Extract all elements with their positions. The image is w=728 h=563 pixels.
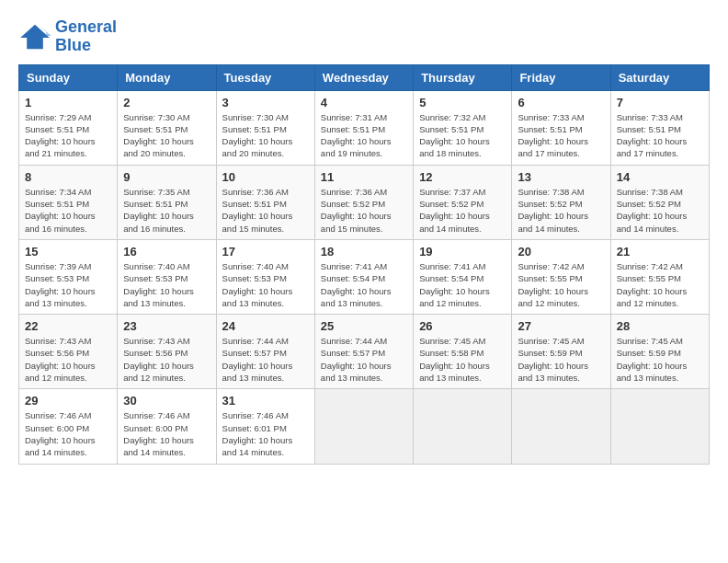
day-info: Sunrise: 7:31 AM Sunset: 5:51 PM Dayligh…	[321, 111, 407, 160]
calendar-cell: 9Sunrise: 7:35 AM Sunset: 5:51 PM Daylig…	[118, 165, 216, 239]
week-row-4: 22Sunrise: 7:43 AM Sunset: 5:56 PM Dayli…	[19, 315, 710, 389]
calendar-cell	[314, 389, 413, 464]
day-number: 12	[419, 170, 506, 184]
calendar-cell: 6Sunrise: 7:33 AM Sunset: 5:51 PM Daylig…	[512, 90, 610, 165]
week-row-1: 1Sunrise: 7:29 AM Sunset: 5:51 PM Daylig…	[19, 90, 710, 165]
day-number: 20	[518, 245, 604, 259]
day-info: Sunrise: 7:38 AM Sunset: 5:52 PM Dayligh…	[518, 186, 604, 235]
day-info: Sunrise: 7:33 AM Sunset: 5:51 PM Dayligh…	[518, 111, 604, 160]
day-info: Sunrise: 7:34 AM Sunset: 5:51 PM Dayligh…	[25, 186, 111, 235]
day-number: 5	[419, 96, 506, 109]
day-number: 25	[321, 319, 407, 333]
calendar-cell: 8Sunrise: 7:34 AM Sunset: 5:51 PM Daylig…	[19, 165, 118, 239]
calendar-cell: 22Sunrise: 7:43 AM Sunset: 5:56 PM Dayli…	[19, 315, 118, 389]
day-info: Sunrise: 7:44 AM Sunset: 5:57 PM Dayligh…	[321, 335, 407, 384]
logo-text: General Blue	[55, 18, 117, 55]
calendar-cell: 5Sunrise: 7:32 AM Sunset: 5:51 PM Daylig…	[414, 90, 512, 165]
day-number: 31	[222, 394, 309, 408]
day-number: 2	[123, 96, 210, 109]
calendar-cell: 25Sunrise: 7:44 AM Sunset: 5:57 PM Dayli…	[314, 315, 413, 389]
logo-icon	[18, 23, 51, 51]
day-number: 13	[518, 170, 604, 184]
header-wednesday: Wednesday	[314, 64, 413, 90]
week-row-3: 15Sunrise: 7:39 AM Sunset: 5:53 PM Dayli…	[19, 239, 710, 314]
day-info: Sunrise: 7:40 AM Sunset: 5:53 PM Dayligh…	[222, 260, 309, 309]
calendar-cell: 16Sunrise: 7:40 AM Sunset: 5:53 PM Dayli…	[118, 239, 216, 314]
day-number: 10	[222, 170, 309, 184]
week-row-5: 29Sunrise: 7:46 AM Sunset: 6:00 PM Dayli…	[19, 389, 710, 464]
day-info: Sunrise: 7:36 AM Sunset: 5:52 PM Dayligh…	[321, 186, 407, 235]
day-number: 23	[123, 319, 210, 333]
calendar-cell: 4Sunrise: 7:31 AM Sunset: 5:51 PM Daylig…	[314, 90, 413, 165]
calendar-cell: 11Sunrise: 7:36 AM Sunset: 5:52 PM Dayli…	[314, 165, 413, 239]
day-info: Sunrise: 7:43 AM Sunset: 5:56 PM Dayligh…	[123, 335, 210, 384]
day-info: Sunrise: 7:43 AM Sunset: 5:56 PM Dayligh…	[25, 335, 111, 384]
day-number: 17	[222, 245, 309, 259]
calendar-cell: 13Sunrise: 7:38 AM Sunset: 5:52 PM Dayli…	[512, 165, 610, 239]
calendar-cell: 28Sunrise: 7:45 AM Sunset: 5:59 PM Dayli…	[610, 315, 709, 389]
calendar-cell: 21Sunrise: 7:42 AM Sunset: 5:55 PM Dayli…	[610, 239, 709, 314]
day-number: 16	[123, 245, 210, 259]
calendar-cell: 17Sunrise: 7:40 AM Sunset: 5:53 PM Dayli…	[216, 239, 314, 314]
calendar-cell: 14Sunrise: 7:38 AM Sunset: 5:52 PM Dayli…	[610, 165, 709, 239]
calendar-cell: 12Sunrise: 7:37 AM Sunset: 5:52 PM Dayli…	[414, 165, 512, 239]
day-info: Sunrise: 7:32 AM Sunset: 5:51 PM Dayligh…	[419, 111, 506, 160]
header-thursday: Thursday	[414, 64, 512, 90]
day-number: 3	[222, 96, 309, 109]
day-number: 26	[419, 319, 506, 333]
day-number: 18	[321, 245, 407, 259]
day-info: Sunrise: 7:35 AM Sunset: 5:51 PM Dayligh…	[123, 186, 210, 235]
calendar-cell: 19Sunrise: 7:41 AM Sunset: 5:54 PM Dayli…	[414, 239, 512, 314]
calendar-cell: 30Sunrise: 7:46 AM Sunset: 6:00 PM Dayli…	[118, 389, 216, 464]
day-info: Sunrise: 7:33 AM Sunset: 5:51 PM Dayligh…	[617, 111, 703, 160]
calendar-cell: 23Sunrise: 7:43 AM Sunset: 5:56 PM Dayli…	[118, 315, 216, 389]
day-number: 9	[123, 170, 210, 184]
header-saturday: Saturday	[610, 64, 709, 90]
day-info: Sunrise: 7:46 AM Sunset: 6:01 PM Dayligh…	[222, 409, 309, 458]
day-number: 21	[617, 245, 703, 259]
day-info: Sunrise: 7:42 AM Sunset: 5:55 PM Dayligh…	[617, 260, 703, 309]
day-number: 8	[25, 170, 111, 184]
calendar-cell: 31Sunrise: 7:46 AM Sunset: 6:01 PM Dayli…	[216, 389, 314, 464]
day-info: Sunrise: 7:45 AM Sunset: 5:59 PM Dayligh…	[617, 335, 703, 384]
day-number: 6	[518, 96, 604, 109]
day-info: Sunrise: 7:29 AM Sunset: 5:51 PM Dayligh…	[25, 111, 111, 160]
calendar-cell: 20Sunrise: 7:42 AM Sunset: 5:55 PM Dayli…	[512, 239, 610, 314]
day-number: 11	[321, 170, 407, 184]
svg-marker-0	[20, 25, 50, 49]
calendar-cell: 2Sunrise: 7:30 AM Sunset: 5:51 PM Daylig…	[118, 90, 216, 165]
header-tuesday: Tuesday	[216, 64, 314, 90]
calendar-cell: 26Sunrise: 7:45 AM Sunset: 5:58 PM Dayli…	[414, 315, 512, 389]
logo: General Blue	[18, 18, 117, 55]
calendar-cell: 10Sunrise: 7:36 AM Sunset: 5:51 PM Dayli…	[216, 165, 314, 239]
day-number: 19	[419, 245, 506, 259]
day-number: 1	[25, 96, 111, 109]
header-monday: Monday	[118, 64, 216, 90]
day-number: 15	[25, 245, 111, 259]
calendar-cell: 15Sunrise: 7:39 AM Sunset: 5:53 PM Dayli…	[19, 239, 118, 314]
calendar-cell	[610, 389, 709, 464]
day-number: 27	[518, 319, 604, 333]
calendar-cell	[414, 389, 512, 464]
day-number: 22	[25, 319, 111, 333]
calendar-cell: 7Sunrise: 7:33 AM Sunset: 5:51 PM Daylig…	[610, 90, 709, 165]
week-row-2: 8Sunrise: 7:34 AM Sunset: 5:51 PM Daylig…	[19, 165, 710, 239]
day-info: Sunrise: 7:45 AM Sunset: 5:59 PM Dayligh…	[518, 335, 604, 384]
day-info: Sunrise: 7:44 AM Sunset: 5:57 PM Dayligh…	[222, 335, 309, 384]
calendar-cell: 27Sunrise: 7:45 AM Sunset: 5:59 PM Dayli…	[512, 315, 610, 389]
day-number: 7	[617, 96, 703, 109]
day-info: Sunrise: 7:41 AM Sunset: 5:54 PM Dayligh…	[419, 260, 506, 309]
day-info: Sunrise: 7:38 AM Sunset: 5:52 PM Dayligh…	[617, 186, 703, 235]
page-header: General Blue	[18, 18, 710, 55]
day-number: 30	[123, 394, 210, 408]
day-info: Sunrise: 7:39 AM Sunset: 5:53 PM Dayligh…	[25, 260, 111, 309]
day-number: 14	[617, 170, 703, 184]
day-number: 24	[222, 319, 309, 333]
calendar-cell: 29Sunrise: 7:46 AM Sunset: 6:00 PM Dayli…	[19, 389, 118, 464]
day-number: 28	[617, 319, 703, 333]
header-sunday: Sunday	[19, 64, 118, 90]
day-number: 4	[321, 96, 407, 109]
header-friday: Friday	[512, 64, 610, 90]
day-info: Sunrise: 7:42 AM Sunset: 5:55 PM Dayligh…	[518, 260, 604, 309]
day-info: Sunrise: 7:46 AM Sunset: 6:00 PM Dayligh…	[25, 409, 111, 458]
